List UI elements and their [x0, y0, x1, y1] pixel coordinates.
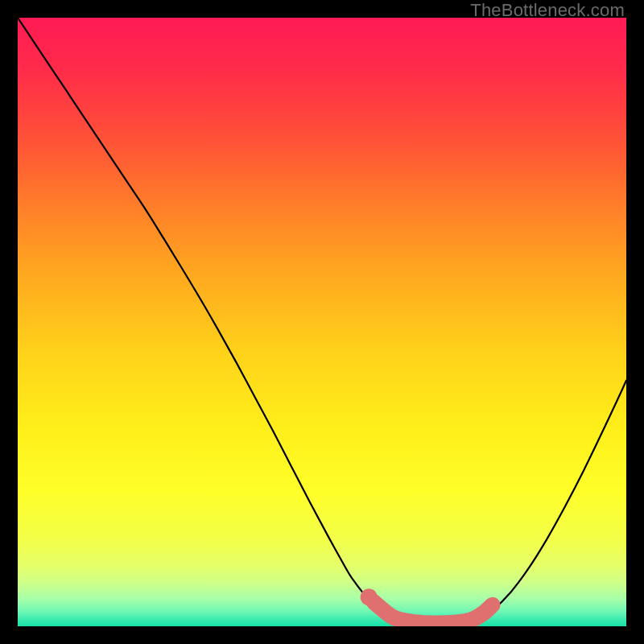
watermark-text: TheBottleneck.com [470, 0, 625, 21]
curve-layer [18, 18, 626, 626]
bottleneck-curve [18, 18, 626, 623]
chart-canvas: TheBottleneck.com [0, 0, 644, 644]
highlight-start-dot [361, 588, 378, 605]
highlight-segment [374, 602, 492, 623]
plot-area [18, 18, 626, 626]
